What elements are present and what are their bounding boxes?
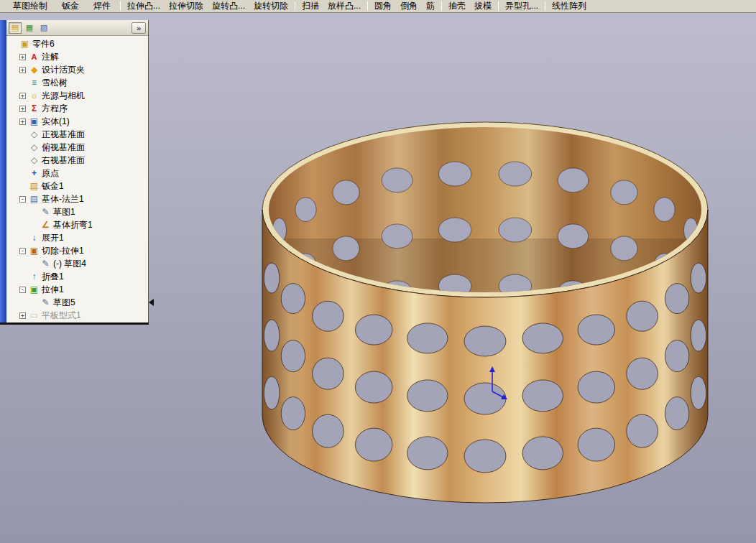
revolved-cut-button[interactable]: 旋转切除 (249, 0, 292, 12)
expand-toggle[interactable]: - (19, 287, 26, 293)
lofted-boss-button[interactable]: 放样凸... (323, 0, 365, 12)
tree-item-sketch4[interactable]: ✎(-) 草图4 (6, 257, 148, 270)
toolbar-separator (498, 1, 499, 11)
tree-item-base-bend[interactable]: ∠基体折弯1 (6, 218, 148, 231)
expand-toggle[interactable]: + (19, 106, 26, 112)
configurationmanager-tab-icon[interactable]: ▧ (37, 22, 50, 34)
cut-extrude-icon: ▣ (29, 246, 40, 256)
shell-button[interactable]: 抽壳 (444, 0, 470, 12)
feature-manager-panel: ▤ ▦ ▧ » ▣零件6 +A注解 +◆设计活页夹 ≡雪松树 +☼光源与相机 +… (0, 20, 149, 325)
expand-toggle[interactable]: + (19, 312, 26, 319)
tree-item-sketch1[interactable]: ✎草图1 (6, 205, 148, 218)
hole-wizard-button[interactable]: 异型孔... (501, 0, 543, 12)
tree-item-label: 零件6 (32, 38, 55, 50)
tree-item-label: 钣金1 (42, 180, 64, 192)
origin-icon: + (29, 168, 40, 178)
tree-item-flat-pattern[interactable]: +▭平板型式1 (6, 309, 148, 322)
toolbar-separator (545, 1, 545, 11)
tree-item-part[interactable]: ▣零件6 (6, 37, 148, 50)
tree-item-label: 正视基准面 (42, 129, 85, 141)
tree-item-label: 切除-拉伸1 (42, 245, 84, 257)
tree-item-solid-bodies[interactable]: +▣实体(1) (6, 115, 148, 128)
plane-icon: ◇ (29, 155, 40, 165)
draft-button[interactable]: 拔模 (470, 0, 496, 12)
tree-item-label: 俯视基准面 (42, 141, 85, 154)
annotations-icon: A (29, 52, 40, 61)
main-area: ▤ ▦ ▧ » ▣零件6 +A注解 +◆设计活页夹 ≡雪松树 +☼光源与相机 +… (0, 13, 756, 543)
toolbar-tab-sheetmetal[interactable]: 钣金 (55, 0, 86, 12)
part-icon: ▣ (19, 39, 30, 49)
tree-item-label: 设计活页夹 (42, 64, 85, 76)
tree-item-label: 原点 (42, 167, 59, 180)
equations-icon: Σ (29, 103, 40, 113)
fold-icon: ↑ (29, 272, 40, 282)
tree-item-equations[interactable]: +Σ方程序 (6, 102, 148, 115)
sketch-icon: ✎ (40, 297, 51, 307)
tree-item-origin[interactable]: +原点 (6, 167, 148, 180)
tree-item-label: 实体(1) (42, 116, 70, 128)
tree-item-base-flange[interactable]: -▤基体-法兰1 (6, 192, 148, 205)
extruded-cut-button[interactable]: 拉伸切除 (165, 0, 208, 12)
panel-header: ▤ ▦ ▧ » (6, 20, 148, 36)
plane-icon: ◇ (29, 129, 40, 139)
top-toolbar: 草图绘制 钣金 焊件 拉伸凸... 拉伸切除 旋转凸... 旋转切除 扫描 放样… (0, 0, 756, 13)
extruded-boss-button[interactable]: 拉伸凸... (123, 0, 165, 12)
panel-body: ▤ ▦ ▧ » ▣零件6 +A注解 +◆设计活页夹 ≡雪松树 +☼光源与相机 +… (6, 20, 149, 322)
tree-item-cut-extrude[interactable]: -▣切除-拉伸1 (6, 244, 148, 257)
flat-pattern-icon: ▭ (29, 310, 40, 320)
toolbar-separator (441, 1, 442, 11)
expand-toggle[interactable]: - (19, 248, 26, 254)
featuremanager-tab-icon[interactable]: ▤ (9, 22, 22, 34)
plane-icon: ◇ (29, 142, 40, 152)
tree-item-label: 平板型式1 (42, 310, 81, 322)
propertymanager-tab-icon[interactable]: ▦ (23, 22, 36, 34)
tree-item-label: 折叠1 (42, 271, 64, 283)
tree-item-label: (-) 草图4 (53, 258, 86, 270)
expand-toggle[interactable]: + (19, 67, 26, 73)
toolbar-separator (367, 1, 368, 11)
tree-item-design-binder[interactable]: +◆设计活页夹 (6, 63, 148, 76)
tree-item-label: 雪松树 (42, 77, 68, 89)
revolved-boss-button[interactable]: 旋转凸... (208, 0, 249, 12)
material-icon: ≡ (29, 78, 40, 88)
tree-item-sketch5[interactable]: ✎草图5 (6, 296, 148, 309)
bend-icon: ∠ (40, 220, 51, 230)
toolbar-tab-weldments[interactable]: 焊件 (86, 0, 118, 12)
sweep-button[interactable]: 扫描 (298, 0, 323, 12)
expand-toggle[interactable]: + (19, 93, 26, 99)
tree-item-label: 方程序 (42, 103, 68, 115)
tree-item-label: 注解 (42, 51, 59, 63)
tree-item-top-plane[interactable]: ◇俯视基准面 (6, 141, 148, 154)
extrude-icon: ▣ (29, 284, 40, 294)
tree-item-label: 拉伸1 (42, 284, 64, 296)
tree-item-label: 展开1 (42, 232, 64, 244)
unfold-icon: ↓ (29, 233, 40, 243)
solid-bodies-icon: ▣ (29, 116, 40, 126)
expand-toggle[interactable]: - (19, 196, 26, 203)
base-flange-icon: ▤ (29, 194, 40, 204)
chamfer-button[interactable]: 倒角 (396, 0, 422, 12)
tree-item-lights-cameras[interactable]: +☼光源与相机 (6, 89, 148, 102)
toolbar-tab-sketch[interactable]: 草图绘制 (6, 0, 55, 12)
panel-collapse-arrow[interactable] (149, 299, 154, 306)
expand-toggle[interactable]: + (19, 119, 26, 125)
tree-item-extrude[interactable]: -▣拉伸1 (6, 283, 148, 296)
sheet-metal-icon: ▤ (29, 181, 40, 191)
tree-item-annotations[interactable]: +A注解 (6, 50, 148, 63)
tree-item-sheet-metal[interactable]: ▤钣金1 (6, 180, 148, 192)
tree-item-label: 基体-法兰1 (42, 193, 84, 205)
tree-item-label: 基体折弯1 (53, 219, 93, 231)
tree-item-unfold[interactable]: ↓展开1 (6, 231, 148, 244)
sketch-icon: ✎ (40, 207, 51, 217)
linear-pattern-button[interactable]: 线性阵列 (548, 0, 591, 12)
tree-item-material[interactable]: ≡雪松树 (6, 76, 148, 89)
lights-cameras-icon: ☼ (29, 90, 40, 101)
tree-item-front-plane[interactable]: ◇正视基准面 (6, 128, 148, 141)
panel-accent-strip (0, 20, 6, 322)
tree-item-fold[interactable]: ↑折叠1 (6, 270, 148, 283)
panel-expand-chevron[interactable]: » (132, 22, 146, 34)
rib-button[interactable]: 筋 (422, 0, 439, 12)
expand-toggle[interactable]: + (19, 54, 26, 60)
fillet-button[interactable]: 圆角 (370, 0, 396, 12)
tree-item-right-plane[interactable]: ◇右视基准面 (6, 154, 148, 167)
